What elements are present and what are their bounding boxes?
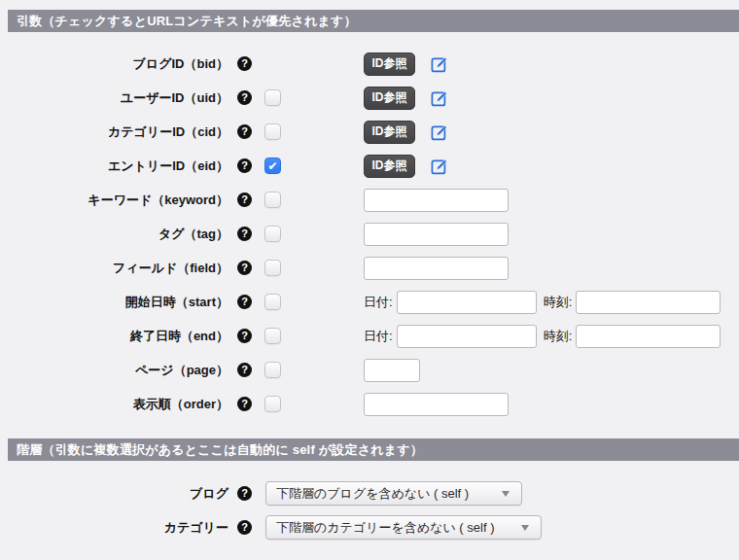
field-label: 終了日時（end） [0,328,229,345]
row-category-hierarchy: カテゴリー ? 下階層のカテゴリーを含めない ( self ) [0,510,739,544]
help-icon[interactable]: ? [237,227,252,241]
caret-down-icon [521,525,529,531]
hierarchy-section-header: 階層（引数に複数選択があるとここは自動的に self が設定されます） [8,438,739,461]
row-entry-id: エントリーID（eid） ? ✔ ID参照 [0,149,739,183]
row-page: ページ（page） ? ✔ [0,353,739,387]
order-checkbox[interactable]: ✔ [264,396,281,412]
help-icon[interactable]: ? [237,124,252,139]
check-icon: ✔ [265,158,280,173]
field-input[interactable] [364,257,509,280]
date-label: 日付: [364,294,393,311]
eid-checkbox[interactable]: ✔ [264,158,281,174]
field-label: 開始日時（start） [0,294,229,311]
id-reference-button[interactable]: ID参照 [364,121,415,144]
field-label: ユーザーID（uid） [0,89,229,107]
help-icon[interactable]: ? [237,520,252,535]
help-icon[interactable]: ? [237,397,252,411]
order-input[interactable] [364,393,509,416]
start-time-input[interactable] [576,291,721,314]
field-label: カテゴリーID（cid） [0,123,229,141]
edit-icon[interactable] [431,158,448,175]
help-icon[interactable]: ? [237,329,252,343]
row-order: 表示順（order） ? ✔ [0,387,739,421]
time-label: 時刻: [544,294,573,311]
id-reference-button[interactable]: ID参照 [364,87,415,110]
field-label: エントリーID（eid） [0,158,229,175]
row-category-id: カテゴリーID（cid） ? ✔ ID参照 [0,115,739,149]
field-label: ブログID（bid） [0,55,229,73]
cid-checkbox[interactable]: ✔ [264,123,281,140]
date-label: 日付: [364,328,393,345]
help-icon[interactable]: ? [237,192,252,207]
checkbox-slot-empty [264,55,281,72]
hierarchy-section-title: 階層（引数に複数選択があるとここは自動的に self が設定されます） [17,442,423,457]
caret-down-icon [502,491,510,497]
field-checkbox[interactable]: ✔ [264,260,281,276]
start-date-input[interactable] [397,291,537,314]
row-field: フィールド（field） ? ✔ [0,251,739,285]
page-input[interactable] [364,359,420,382]
tag-checkbox[interactable]: ✔ [264,226,281,242]
args-section-title: 引数（チェックするとURLコンテキストが優先されます） [17,14,357,28]
edit-icon[interactable] [431,123,448,141]
time-label: 時刻: [544,328,573,345]
blog-hierarchy-selected-value: 下階層のブログを含めない ( self ) [276,486,469,501]
category-hierarchy-select[interactable]: 下階層のカテゴリーを含めない ( self ) [265,515,542,540]
field-label: タグ（tag） [0,226,229,243]
category-hierarchy-selected-value: 下階層のカテゴリーを含めない ( self ) [276,520,494,535]
row-end-datetime: 終了日時（end） ? ✔ 日付: 時刻: [0,319,739,353]
help-icon[interactable]: ? [237,486,252,501]
args-section-header: 引数（チェックするとURLコンテキストが優先されます） [8,10,739,32]
help-icon[interactable]: ? [237,158,252,173]
field-label: ブログ [0,485,229,503]
uid-checkbox[interactable]: ✔ [264,89,281,106]
page-checkbox[interactable]: ✔ [264,362,281,378]
row-tag: タグ（tag） ? ✔ [0,217,739,251]
field-label: フィールド（field） [0,260,229,277]
tag-input[interactable] [364,223,509,246]
keyword-input[interactable] [364,189,509,212]
row-keyword: キーワード（keyword） ? ✔ [0,183,739,217]
row-blog-hierarchy: ブログ ? 下階層のブログを含めない ( self ) [0,476,739,510]
field-label: 表示順（order） [0,396,229,413]
hierarchy-section-body: ブログ ? 下階層のブログを含めない ( self ) カテゴリー ? 下階層の… [0,461,739,544]
end-checkbox[interactable]: ✔ [264,328,281,344]
blog-hierarchy-select[interactable]: 下階層のブログを含めない ( self ) [265,481,522,506]
args-section-body: ブログID（bid） ? ID参照 ユーザーID（uid） ? ✔ ID参照 [0,32,739,438]
edit-icon[interactable] [431,55,448,73]
help-icon[interactable]: ? [237,90,252,105]
field-label: ページ（page） [0,362,229,379]
id-reference-button[interactable]: ID参照 [364,52,415,76]
help-icon[interactable]: ? [237,261,252,275]
id-reference-button[interactable]: ID参照 [364,155,415,178]
field-label: カテゴリー [0,519,229,537]
help-icon[interactable]: ? [237,363,252,377]
keyword-checkbox[interactable]: ✔ [264,192,281,208]
end-time-input[interactable] [576,325,721,348]
row-blog-id: ブログID（bid） ? ID参照 [0,47,739,81]
end-date-input[interactable] [397,325,537,348]
help-icon[interactable]: ? [237,295,252,309]
row-start-datetime: 開始日時（start） ? ✔ 日付: 時刻: [0,285,739,319]
help-icon[interactable]: ? [237,56,252,71]
field-label: キーワード（keyword） [0,192,229,209]
row-user-id: ユーザーID（uid） ? ✔ ID参照 [0,81,739,115]
start-checkbox[interactable]: ✔ [264,294,281,310]
edit-icon[interactable] [431,89,448,107]
